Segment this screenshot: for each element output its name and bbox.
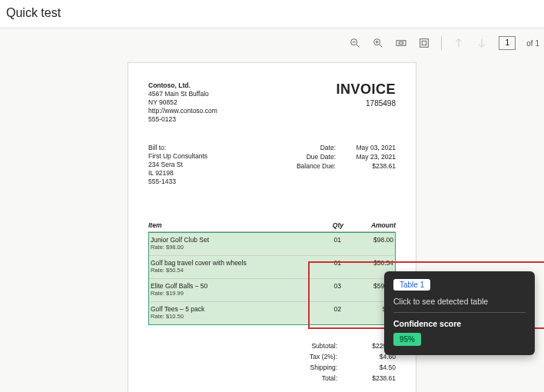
viewer-toolbar: 1 of 1 [349,32,539,55]
invoice-document: Contoso, Ltd. 4567 Main St Buffalo NY 90… [128,62,416,392]
fit-width-icon[interactable] [395,37,407,49]
bill-to-block: Bill to: First Up Consultants 234 Sera S… [148,144,207,186]
zoom-in-icon[interactable] [372,37,384,49]
svg-line-4 [380,45,382,47]
svg-rect-7 [396,41,406,46]
viewer-area: 1 of 1 Contoso, Ltd. 4567 Main St Buffal… [0,28,544,392]
svg-line-1 [357,45,359,47]
table-row: Elite Golf Balls – 50Rate: $19.99 03 $59… [149,279,395,302]
confidence-label: Confidence score [393,319,526,328]
table-badge[interactable]: Table 1 [393,279,430,291]
totals-block: Subtotal:$229.51 Tax (2%):$4.60 Shipping… [148,342,396,382]
svg-rect-9 [420,39,429,48]
invoice-number: 1785498 [336,99,396,108]
detected-table-highlight[interactable]: Junior Golf Club SetRate: $98.00 01 $98.… [148,232,396,325]
svg-rect-8 [400,42,403,45]
page-of-label: of 1 [526,39,539,48]
fit-page-icon[interactable] [418,37,430,49]
prev-page-icon[interactable] [453,37,465,49]
invoice-dates: Date:May 03, 2021 Due Date:May 23, 2021 … [282,144,396,186]
table-row: Golf bag travel cover with wheelsRate: $… [149,256,395,279]
line-items-table[interactable]: Item Qty Amount Junior Golf Club SetRate… [148,221,396,325]
table-header-row: Item Qty Amount [148,221,396,232]
table-row: Golf Tees – 5 packRate: $10.50 02 $21 [149,302,395,324]
zoom-out-icon[interactable] [349,37,361,49]
from-address: Contoso, Ltd. 4567 Main St Buffalo NY 90… [148,81,217,124]
toolbar-separator [441,36,442,50]
table-row: Junior Golf Club SetRate: $98.00 01 $98.… [149,233,395,256]
confidence-badge: 95% [393,333,421,346]
page-number-input[interactable]: 1 [499,36,516,50]
tooltip-hint: Click to see detected table [393,297,526,306]
tooltip-divider [393,312,526,313]
svg-rect-10 [423,41,426,45]
detection-tooltip[interactable]: Table 1 Click to see detected table Conf… [384,271,535,355]
page-title: Quick test [0,0,544,28]
next-page-icon[interactable] [476,37,488,49]
invoice-title: INVOICE [336,81,396,98]
